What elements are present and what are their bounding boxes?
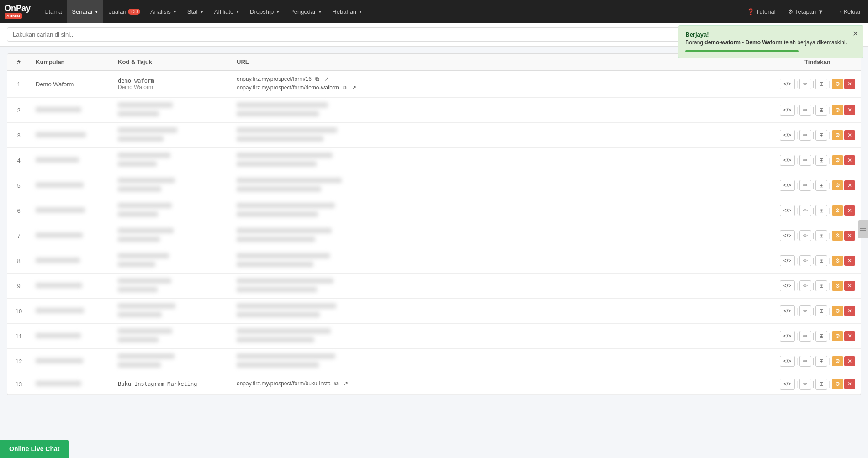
action-cell: </>|✏|⊞|⚙✕	[780, 331, 855, 342]
nav-item-dropship[interactable]: Dropship ▼	[245, 0, 285, 23]
action-copy-btn[interactable]: ⊞	[815, 105, 827, 116]
action-edit-btn[interactable]: ✏	[799, 180, 811, 191]
nav-item-utama[interactable]: Utama	[40, 0, 66, 23]
action-copy-btn[interactable]: ⊞	[815, 331, 827, 342]
action-settings-btn[interactable]: ⚙	[832, 256, 843, 266]
url-copy-btn-1[interactable]: ⧉	[314, 75, 321, 83]
action-edit-btn[interactable]: ✏	[799, 305, 811, 316]
action-code-btn[interactable]: </>	[780, 105, 795, 116]
url-open-btn-2[interactable]: ↗	[350, 84, 358, 91]
action-copy-btn[interactable]: ⊞	[815, 356, 827, 367]
url-copy-btn-1-13[interactable]: ⧉	[333, 380, 340, 387]
row-num: 13	[7, 374, 30, 395]
action-edit-btn[interactable]: ✏	[799, 105, 811, 116]
action-copy-btn[interactable]: ⊞	[815, 230, 827, 241]
nav-item-senarai[interactable]: Senarai ▼	[67, 0, 103, 23]
action-code-btn[interactable]: </>	[780, 79, 795, 89]
action-delete-btn[interactable]: ✕	[844, 155, 855, 165]
url-copy-btn-2[interactable]: ⧉	[341, 84, 348, 91]
action-copy-btn[interactable]: ⊞	[815, 280, 827, 291]
action-edit-btn[interactable]: ✏	[799, 255, 811, 266]
action-code-btn[interactable]: </>	[780, 205, 795, 216]
action-code-btn[interactable]: </>	[780, 356, 795, 367]
action-delete-btn[interactable]: ✕	[844, 180, 855, 190]
action-edit-btn[interactable]: ✏	[799, 356, 811, 367]
row-num: 7	[7, 223, 30, 248]
nav-item-staf[interactable]: Staf ▼	[183, 0, 209, 23]
action-delete-btn[interactable]: ✕	[844, 256, 855, 266]
url-open-btn-1[interactable]: ↗	[323, 75, 330, 83]
action-code-btn[interactable]: </>	[780, 379, 795, 390]
nav-item-jualan[interactable]: Jualan 233	[104, 0, 145, 23]
action-copy-btn[interactable]: ⊞	[815, 130, 827, 141]
row-url-blurred	[231, 274, 774, 299]
action-delete-btn[interactable]: ✕	[844, 306, 855, 316]
action-copy-btn[interactable]: ⊞	[815, 305, 827, 316]
nav-item-hebahan[interactable]: Hebahan ▼	[328, 0, 367, 23]
action-edit-btn[interactable]: ✏	[799, 230, 811, 241]
action-copy-btn[interactable]: ⊞	[815, 155, 827, 166]
nav-tutorial[interactable]: ❓ Tutorial	[744, 8, 778, 15]
action-delete-btn[interactable]: ✕	[844, 231, 855, 241]
action-copy-btn[interactable]: ⊞	[815, 255, 827, 266]
action-settings-btn[interactable]: ⚙	[832, 105, 843, 115]
nav-item-pengedar[interactable]: Pengedar ▼	[286, 0, 327, 23]
toast-message: Borang demo-waform - Demo Waform telah b…	[685, 39, 847, 46]
action-code-btn[interactable]: </>	[780, 130, 795, 141]
action-settings-btn[interactable]: ⚙	[832, 205, 843, 216]
toast-bold1: demo-waform	[704, 39, 741, 46]
url-open-btn-1-13[interactable]: ↗	[342, 380, 349, 387]
right-float-icon[interactable]	[858, 220, 868, 238]
action-edit-btn[interactable]: ✏	[799, 331, 811, 342]
url-text-1: onpay.firz.my/prospect/form/16	[237, 76, 312, 82]
action-settings-btn[interactable]: ⚙	[832, 331, 843, 341]
action-code-btn[interactable]: </>	[780, 155, 795, 166]
action-copy-btn[interactable]: ⊞	[815, 180, 827, 191]
action-code-btn[interactable]: </>	[780, 255, 795, 266]
action-code-btn[interactable]: </>	[780, 230, 795, 241]
toast-title: Berjaya!	[685, 31, 847, 38]
toast-close-button[interactable]: ✕	[852, 29, 858, 38]
row-kumpulan-blurred	[30, 123, 112, 148]
action-settings-btn[interactable]: ⚙	[832, 306, 843, 316]
action-copy-btn[interactable]: ⊞	[815, 79, 827, 89]
action-edit-btn[interactable]: ✏	[799, 280, 811, 291]
action-edit-btn[interactable]: ✏	[799, 155, 811, 166]
action-copy-btn[interactable]: ⊞	[815, 379, 827, 390]
action-code-btn[interactable]: </>	[780, 180, 795, 191]
action-delete-btn[interactable]: ✕	[844, 105, 855, 115]
action-delete-btn[interactable]: ✕	[844, 79, 855, 89]
action-delete-btn[interactable]: ✕	[844, 130, 855, 140]
action-settings-btn[interactable]: ⚙	[832, 356, 843, 366]
action-copy-btn[interactable]: ⊞	[815, 205, 827, 216]
nav-keluar[interactable]: → Keluar	[833, 8, 863, 15]
table-row: 5</>|✏|⊞|⚙✕	[7, 173, 861, 198]
action-settings-btn[interactable]: ⚙	[832, 155, 843, 165]
action-settings-btn[interactable]: ⚙	[832, 79, 843, 89]
nav-item-analisis[interactable]: Analisis ▼	[146, 0, 182, 23]
nav-item-affiliate[interactable]: Affiliate ▼	[210, 0, 244, 23]
table-row: 8</>|✏|⊞|⚙✕	[7, 248, 861, 274]
action-settings-btn[interactable]: ⚙	[832, 180, 843, 190]
action-delete-btn[interactable]: ✕	[844, 379, 855, 389]
action-edit-btn[interactable]: ✏	[799, 130, 811, 141]
action-edit-btn[interactable]: ✏	[799, 205, 811, 216]
action-settings-btn[interactable]: ⚙	[832, 281, 843, 291]
action-edit-btn[interactable]: ✏	[799, 379, 811, 390]
action-edit-btn[interactable]: ✏	[799, 79, 811, 89]
action-settings-btn[interactable]: ⚙	[832, 379, 843, 389]
action-cell: </>|✏|⊞|⚙✕	[780, 105, 855, 116]
row-actions: </>|✏|⊞|⚙✕	[774, 173, 861, 198]
action-settings-btn[interactable]: ⚙	[832, 231, 843, 241]
action-settings-btn[interactable]: ⚙	[832, 130, 843, 140]
action-delete-btn[interactable]: ✕	[844, 356, 855, 366]
action-delete-btn[interactable]: ✕	[844, 331, 855, 341]
nav-tetapan[interactable]: ⚙ Tetapan ▼	[785, 8, 826, 15]
brand-name: OnPay	[5, 4, 31, 12]
action-code-btn[interactable]: </>	[780, 331, 795, 342]
action-delete-btn[interactable]: ✕	[844, 281, 855, 291]
action-code-btn[interactable]: </>	[780, 280, 795, 291]
action-delete-btn[interactable]: ✕	[844, 205, 855, 216]
divider: |	[796, 257, 798, 264]
action-code-btn[interactable]: </>	[780, 305, 795, 316]
